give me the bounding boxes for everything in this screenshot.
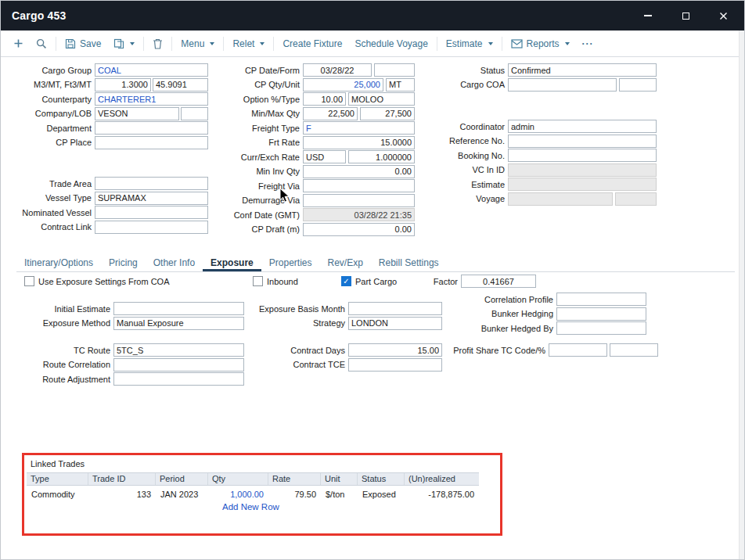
create-fixture-button[interactable]: Create Fixture <box>276 35 348 52</box>
more-button[interactable]: ··· <box>576 35 600 52</box>
use-exposure-settings-label: Use Exposure Settings From COA <box>38 277 170 286</box>
contract-tce-input[interactable] <box>348 358 442 372</box>
add-new-row-link[interactable]: Add New Row <box>222 502 279 512</box>
add-button[interactable] <box>7 35 30 52</box>
linked-trades-row[interactable]: Commodity 133 JAN 2023 1,000.00 79.50 $/… <box>27 486 479 503</box>
min-inv-qty-label: Min Inv Qty <box>211 167 303 176</box>
tab-properties[interactable]: Properties <box>261 257 320 271</box>
contract-link-input[interactable] <box>95 221 208 234</box>
part-cargo-checkbox[interactable]: Part Cargo <box>341 276 397 286</box>
cell-qty-link[interactable]: 1,000.00 <box>208 486 268 503</box>
relet-button[interactable]: Relet <box>226 35 271 52</box>
inbound-checkbox[interactable]: Inbound <box>253 276 298 286</box>
min-qty-input[interactable] <box>303 107 358 120</box>
reports-button[interactable]: Reports <box>505 35 576 52</box>
coordinator-input[interactable] <box>508 120 657 133</box>
save-label: Save <box>80 38 101 49</box>
nominated-vessel-input[interactable] <box>95 206 208 219</box>
field-strategy: Strategy <box>239 317 442 330</box>
vessel-type-input[interactable] <box>95 192 208 205</box>
maximize-button[interactable] <box>680 10 691 21</box>
route-correlation-label: Route Correlation <box>4 360 113 369</box>
header-type[interactable]: Type <box>27 473 88 485</box>
field-exposure-basis-month: Exposure Basis Month <box>239 302 442 315</box>
lob-input[interactable] <box>181 107 208 120</box>
field-m3mt: M3/MT, Ft3/MT <box>7 78 208 92</box>
header-unrealized[interactable]: (Un)realized <box>405 473 479 485</box>
save-button[interactable]: Save <box>59 35 107 52</box>
cp-draft-input[interactable] <box>303 223 415 236</box>
initial-estimate-input[interactable] <box>113 302 244 315</box>
cell-status: Exposed <box>358 486 405 503</box>
copy-button[interactable] <box>107 35 141 52</box>
factor-input[interactable] <box>461 275 536 288</box>
menu-button[interactable]: Menu <box>175 35 221 52</box>
envelope-icon <box>511 39 523 48</box>
voyage-label: Voyage <box>397 194 508 203</box>
trade-area-input[interactable] <box>95 177 208 190</box>
counterparty-input[interactable] <box>95 92 208 106</box>
bunker-hedging-input[interactable] <box>556 307 646 321</box>
field-contract-link: Contract Link <box>7 221 208 234</box>
cargo-coa-input-2[interactable] <box>619 78 657 92</box>
option-pct-input[interactable] <box>303 92 346 106</box>
field-cp-place: CP Place <box>7 136 208 149</box>
reference-no-input[interactable] <box>508 135 657 148</box>
status-input[interactable] <box>508 63 657 77</box>
header-period[interactable]: Period <box>156 473 208 485</box>
maximize-icon <box>682 13 689 20</box>
minimize-button[interactable] <box>642 10 653 21</box>
correlation-profile-input[interactable] <box>556 293 646 306</box>
booking-no-input[interactable] <box>508 149 657 162</box>
estimate-button[interactable]: Estimate <box>440 35 499 52</box>
tab-exposure[interactable]: Exposure <box>203 257 261 271</box>
cargo-group-input[interactable] <box>95 63 208 77</box>
cell-rate: 79.50 <box>268 486 321 503</box>
header-trade-id[interactable]: Trade ID <box>88 473 156 485</box>
cp-place-input[interactable] <box>95 136 208 149</box>
strategy-input[interactable] <box>348 317 442 330</box>
header-status[interactable]: Status <box>358 473 405 485</box>
tab-bar: Itinerary/Options Pricing Other Info Exp… <box>16 257 735 272</box>
profit-share-code-input[interactable] <box>549 343 607 357</box>
exposure-method-input[interactable] <box>113 317 244 330</box>
tab-rebill-settings[interactable]: Rebill Settings <box>371 257 447 271</box>
cargo-coa-input-1[interactable] <box>508 78 617 92</box>
tc-route-input[interactable] <box>113 343 244 357</box>
department-input[interactable] <box>95 121 208 135</box>
exposure-basis-month-input[interactable] <box>348 302 442 315</box>
close-icon <box>719 12 728 20</box>
cargo-window: Cargo 453 Save Menu <box>0 0 745 560</box>
tab-itinerary-options[interactable]: Itinerary/Options <box>16 257 101 271</box>
tab-rev-exp[interactable]: Rev/Exp <box>320 257 371 271</box>
close-button[interactable] <box>718 10 729 21</box>
tab-pricing[interactable]: Pricing <box>101 257 146 271</box>
relet-label: Relet <box>232 38 254 49</box>
titlebar: Cargo 453 <box>1 1 744 31</box>
company-input[interactable] <box>95 107 179 120</box>
schedule-voyage-button[interactable]: Schedule Voyage <box>348 35 434 52</box>
checkbox-checked-icon <box>341 276 351 286</box>
route-adjustment-input[interactable] <box>113 372 244 386</box>
profit-share-pct-input[interactable] <box>610 343 658 357</box>
header-qty[interactable]: Qty <box>208 473 268 485</box>
header-rate[interactable]: Rate <box>268 473 321 485</box>
cp-date-input[interactable] <box>303 63 372 77</box>
delete-button[interactable] <box>146 35 169 52</box>
bunker-hedged-by-input[interactable] <box>556 321 646 335</box>
header-unit[interactable]: Unit <box>321 473 358 485</box>
field-cp-qty-unit: CP Qty/Unit <box>211 78 415 92</box>
tab-other-info[interactable]: Other Info <box>146 257 203 271</box>
m3mt-input-2[interactable] <box>153 78 208 92</box>
create-fixture-label: Create Fixture <box>283 38 342 49</box>
search-button[interactable] <box>30 35 53 52</box>
field-initial-estimate: Initial Estimate <box>4 302 244 315</box>
currency-input[interactable] <box>303 150 346 163</box>
use-exposure-settings-checkbox[interactable]: Use Exposure Settings From COA <box>24 276 170 286</box>
curr-exch-rate-label: Curr/Exch Rate <box>211 153 303 162</box>
route-correlation-input[interactable] <box>113 358 244 372</box>
field-vc-in-id: VC In ID <box>397 163 657 177</box>
initial-estimate-label: Initial Estimate <box>4 304 113 314</box>
cp-qty-input[interactable] <box>303 78 383 92</box>
m3mt-input-1[interactable] <box>95 78 151 92</box>
